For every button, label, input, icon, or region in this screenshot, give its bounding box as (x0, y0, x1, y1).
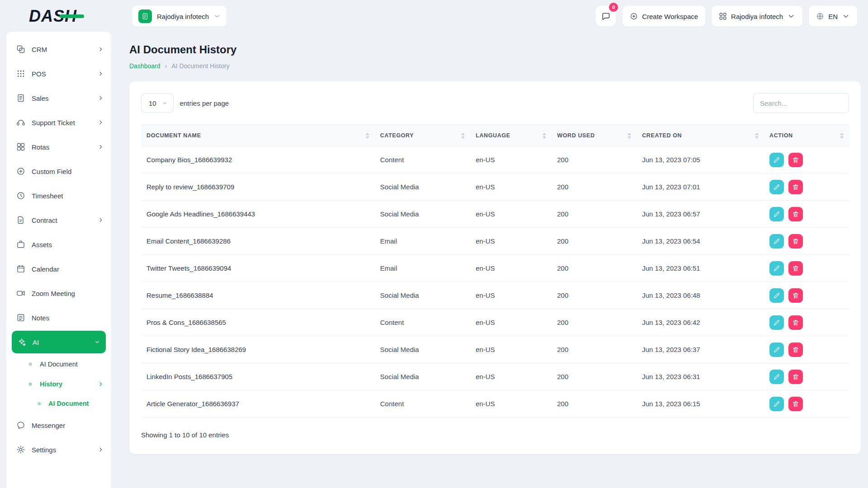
entries-per-page-label: entries per page (180, 99, 229, 107)
breadcrumb: Dashboard › AI Document History (129, 62, 861, 70)
sort-icon[interactable] (840, 133, 844, 139)
edit-button[interactable] (769, 234, 784, 249)
delete-button[interactable] (788, 153, 803, 167)
sidebar-item-calendar[interactable]: Calendar (6, 257, 111, 281)
search-input[interactable] (753, 93, 849, 113)
trash-icon (792, 183, 799, 191)
chevron-right-icon (98, 381, 104, 387)
sidebar-item-timesheet[interactable]: Timesheet (6, 183, 111, 208)
column-header-created-on[interactable]: CREATED ON (637, 125, 764, 146)
sidebar-item-sales[interactable]: Sales (6, 86, 111, 110)
column-header-action[interactable]: ACTION (764, 125, 849, 146)
table-row: Reply to review_1686639709Social Mediaen… (141, 174, 849, 201)
breadcrumb-dashboard-link[interactable]: Dashboard (129, 62, 160, 70)
edit-button[interactable] (769, 288, 784, 303)
cell-language: en-US (470, 336, 552, 363)
language-menu[interactable]: EN (809, 6, 857, 27)
brand-logo[interactable]: DASH (29, 7, 77, 26)
sidebar-item-label: CRM (32, 46, 47, 53)
delete-button[interactable] (788, 207, 803, 221)
edit-icon (773, 265, 780, 272)
timesheet-icon (16, 191, 25, 200)
sort-icon[interactable] (755, 133, 759, 139)
cell-created-on: Jun 13, 2023 07:01 (637, 174, 764, 201)
sidebar-item-label: Support Ticket (32, 119, 75, 127)
sort-icon[interactable] (542, 133, 546, 139)
sidebar-item-contract[interactable]: Contract (6, 208, 111, 232)
trash-icon (792, 346, 799, 353)
sort-icon[interactable] (461, 133, 465, 139)
cell-document-name: Reply to review_1686639709 (141, 174, 375, 201)
company-icon (719, 12, 727, 20)
cell-category: Social Media (375, 336, 470, 363)
sidebar-item-rotas[interactable]: Rotas (6, 135, 111, 159)
sidebar-item-pos[interactable]: POS (6, 61, 111, 86)
delete-button[interactable] (788, 180, 803, 194)
edit-button[interactable] (769, 343, 784, 357)
cell-actions (764, 228, 849, 255)
rotas-icon (16, 142, 25, 151)
cell-actions (764, 255, 849, 282)
sidebar-item-settings[interactable]: Settings (6, 437, 111, 462)
sidebar-item-messenger[interactable]: Messenger (6, 413, 111, 437)
sidebar-item-label: Timesheet (32, 192, 63, 200)
workspace-selector[interactable]: Rajodiya infotech (132, 6, 226, 27)
sidebar-item-ai-document[interactable]: AI Document (6, 354, 111, 374)
edit-button[interactable] (769, 207, 784, 221)
cell-category: Social Media (375, 201, 470, 228)
trash-icon (792, 400, 799, 408)
delete-button[interactable] (788, 370, 803, 384)
column-header-language[interactable]: LANGUAGE (470, 125, 552, 146)
custom-field-icon (16, 167, 25, 176)
sidebar-item-crm[interactable]: CRM (6, 37, 111, 61)
cell-category: Social Media (375, 363, 470, 390)
cell-word-used: 200 (552, 146, 637, 174)
delete-button[interactable] (788, 234, 803, 249)
cell-document-name: Google Ads Headlines_1686639443 (141, 201, 375, 228)
sidebar-item-label: Assets (32, 241, 52, 249)
column-header-document-name[interactable]: DOCUMENT NAME (141, 125, 375, 146)
column-header-word-used[interactable]: WORD USED (552, 125, 637, 146)
edit-button[interactable] (769, 180, 784, 194)
sidebar-menu: CRMPOSSalesSupport TicketRotasCustom Fie… (6, 37, 111, 462)
chevron-right-icon (98, 144, 104, 150)
sidebar-item-zoom-meeting[interactable]: Zoom Meeting (6, 281, 111, 305)
chevron-down-icon (787, 12, 795, 20)
edit-button[interactable] (769, 370, 784, 384)
delete-button[interactable] (788, 397, 803, 411)
create-workspace-button[interactable]: Create Workspace (623, 6, 705, 27)
sidebar-item-support-ticket[interactable]: Support Ticket (6, 110, 111, 135)
delete-button[interactable] (788, 261, 803, 276)
delete-button[interactable] (788, 343, 803, 357)
sort-icon[interactable] (366, 133, 369, 139)
sidebar-item-ai-document[interactable]: AI Document (6, 394, 111, 413)
table-header-row: DOCUMENT NAMECATEGORYLANGUAGEWORD USEDCR… (141, 125, 849, 146)
delete-button[interactable] (788, 315, 803, 330)
cell-document-name: Email Content_1686639286 (141, 228, 375, 255)
messages-button[interactable]: 0 (595, 6, 616, 27)
edit-button[interactable] (769, 397, 784, 411)
sidebar-item-ai[interactable]: AI (12, 331, 106, 353)
cell-category: Social Media (375, 174, 470, 201)
edit-button[interactable] (769, 261, 784, 276)
sidebar-item-custom-field[interactable]: Custom Field (6, 159, 111, 183)
sort-icon[interactable] (627, 133, 631, 139)
cell-actions (764, 309, 849, 336)
trash-icon (792, 373, 799, 380)
table-row: Company Bios_1686639932Contenten-US200Ju… (141, 146, 849, 174)
sidebar-item-label: Settings (32, 446, 56, 454)
sidebar-item-assets[interactable]: Assets (6, 232, 111, 257)
cell-document-name: Twitter Tweets_1686639094 (141, 255, 375, 282)
cell-language: en-US (470, 282, 552, 309)
row-actions (769, 288, 844, 303)
delete-button[interactable] (788, 288, 803, 303)
edit-button[interactable] (769, 153, 784, 167)
sales-icon (16, 94, 25, 103)
column-header-category[interactable]: CATEGORY (375, 125, 470, 146)
sidebar-item-notes[interactable]: Notes (6, 305, 111, 330)
sidebar-item-history[interactable]: History (6, 374, 111, 394)
page-size-select[interactable]: 10 (141, 94, 174, 113)
edit-button[interactable] (769, 315, 784, 330)
company-menu[interactable]: Rajodiya infotech (712, 6, 802, 27)
edit-icon (773, 156, 780, 164)
